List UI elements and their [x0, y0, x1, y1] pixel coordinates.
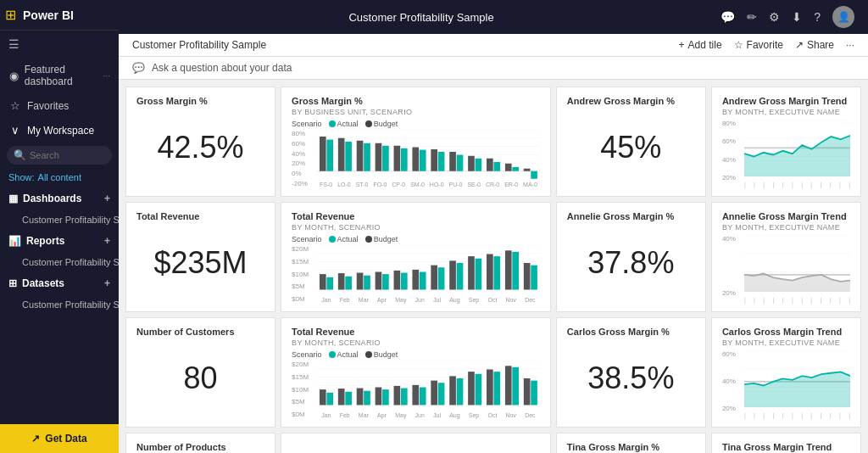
y-label: $15M — [292, 258, 314, 266]
tile-num-products[interactable]: Number of Products5 — [125, 433, 275, 453]
tile-total-revenue[interactable]: Total Revenue$235M — [125, 202, 275, 312]
ask-bar[interactable]: 💬 Ask a question about your data — [119, 57, 868, 80]
add-tile-button[interactable]: + Add tile — [679, 39, 722, 51]
legend-scenario: Scenario — [292, 235, 322, 243]
add-dataset-icon[interactable]: + — [104, 277, 110, 289]
get-data-button[interactable]: ↗ Get Data — [0, 424, 119, 453]
chat-icon[interactable]: 💬 — [721, 10, 735, 24]
svg-rect-27 — [505, 164, 512, 171]
help-icon[interactable]: ? — [814, 10, 821, 24]
sidebar-item-workspace[interactable]: ∨ My Workspace — [0, 118, 119, 143]
svg-rect-91 — [449, 376, 456, 405]
tile-title: Annelie Gross Margin Trend — [722, 211, 850, 221]
svg-marker-70 — [744, 274, 850, 292]
reports-label: Reports — [26, 235, 64, 247]
favorite-button[interactable]: ☆ Favorite — [734, 39, 783, 51]
svg-rect-56 — [449, 260, 456, 289]
legend-item: Budget — [365, 120, 398, 128]
tile-tina-trend[interactable]: Tina Gross Margin TrendBY MONTH, EXECUTI… — [711, 433, 861, 453]
y-label: 80% — [292, 130, 314, 137]
tile-title: Total Revenue — [292, 211, 540, 221]
tile-value: 37.8% — [567, 223, 695, 303]
svg-rect-51 — [401, 273, 408, 290]
sidebar-item-report-1[interactable]: Customer Profitability Sam... ★ — [0, 253, 119, 271]
sidebar-item-dashboard-1[interactable]: Customer Profitability Sam... — [0, 210, 119, 229]
svg-rect-58 — [468, 256, 475, 289]
main-content: Customer Profitability Sample 💬 ✏ ⚙ ⬇ ? … — [119, 0, 868, 453]
svg-rect-63 — [512, 252, 519, 290]
tile-num-customers[interactable]: Number of Customers80 — [125, 317, 275, 428]
legend-item: Budget — [365, 235, 398, 243]
svg-rect-78 — [326, 393, 333, 405]
x-label: May — [395, 297, 406, 303]
sidebar-item-dataset-1[interactable]: Customer Profitability Sam... ★ — [0, 295, 119, 314]
x-label: Oct — [487, 297, 497, 303]
tile-spacer-tile[interactable] — [281, 433, 551, 453]
sidebar: ⊞ Power BI ☰ ◉ Featured dashboard ··· ☆ … — [0, 0, 119, 453]
svg-rect-54 — [431, 266, 437, 290]
x-label: Sep — [469, 412, 479, 418]
show-value[interactable]: All content — [38, 172, 81, 182]
y-label: 40% — [722, 235, 741, 243]
download-icon[interactable]: ⬇ — [792, 10, 802, 24]
hamburger-menu[interactable]: ☰ — [0, 31, 119, 58]
tile-andrew-trend[interactable]: Andrew Gross Margin TrendBY MONTH, EXECU… — [711, 87, 861, 197]
favorite-icon: ☆ — [734, 39, 743, 51]
section-reports[interactable]: 📊 Reports + — [0, 229, 119, 253]
tile-gross-margin-chart[interactable]: Gross Margin %BY BUSINESS UNIT, SCENARIO… — [281, 87, 551, 197]
sidebar-item-featured[interactable]: ◉ Featured dashboard ··· — [0, 58, 119, 93]
edit-icon[interactable]: ✏ — [747, 10, 757, 24]
y-label: 80% — [722, 120, 741, 127]
x-label: Aug — [449, 412, 459, 418]
more-options-icon[interactable]: ··· — [846, 39, 854, 51]
tile-title: Carlos Gross Margin Trend — [722, 327, 850, 337]
settings-icon[interactable]: ⚙ — [769, 10, 780, 24]
add-dashboard-icon[interactable]: + — [104, 193, 110, 204]
y-label: 20% — [292, 159, 314, 167]
search-box[interactable]: 🔍 — [7, 146, 112, 165]
tile-andrew-gross-margin[interactable]: Andrew Gross Margin %45% — [556, 87, 706, 197]
tile-annelie-gross-margin[interactable]: Annelie Gross Margin %37.8% — [556, 202, 706, 312]
sidebar-item-favorites[interactable]: ☆ Favorites — [0, 93, 119, 118]
section-dashboards[interactable]: ▦ Dashboards + — [0, 187, 119, 210]
page-title: Customer Profitability Sample — [132, 11, 710, 24]
y-label: $0M — [292, 411, 314, 418]
grid-icon: ⊞ — [5, 7, 16, 23]
share-button[interactable]: ↗ Share — [795, 39, 834, 51]
tile-total-revenue-chart[interactable]: Total RevenueBY MONTH, SCENARIOScenarioA… — [281, 202, 551, 312]
svg-rect-52 — [413, 270, 420, 290]
search-input[interactable] — [30, 150, 105, 160]
workspace-chevron-icon: ∨ — [8, 124, 22, 137]
share-label: Share — [807, 39, 834, 51]
tile-tina-gross-margin[interactable]: Tina Gross Margin %53.8% — [556, 433, 706, 453]
y-label: 60% — [722, 137, 741, 145]
svg-rect-77 — [320, 389, 326, 405]
svg-rect-60 — [487, 254, 493, 290]
tile-subtitle: BY MONTH, SCENARIO — [292, 338, 540, 347]
bar-chart-svg — [317, 245, 540, 296]
tile-annelie-trend[interactable]: Annelie Gross Margin TrendBY MONTH, EXEC… — [711, 202, 861, 312]
tile-gross-margin-pct[interactable]: Gross Margin %42.5% — [125, 87, 275, 197]
subheader: Customer Profitability Sample + Add tile… — [119, 34, 868, 57]
user-avatar[interactable]: 👤 — [832, 6, 854, 28]
ask-icon: 💬 — [132, 62, 145, 74]
tile-placeholder-chart2[interactable]: Total RevenueBY MONTH, SCENARIOScenarioA… — [281, 317, 551, 428]
svg-rect-18 — [420, 150, 426, 171]
x-label: SM-0 — [410, 182, 425, 187]
legend-scenario: Scenario — [292, 350, 322, 359]
y-label: $20M — [292, 245, 314, 253]
x-label: ST-0 — [356, 182, 369, 187]
x-label: Aug — [449, 297, 459, 303]
tile-carlos-trend[interactable]: Carlos Gross Margin TrendBY MONTH, EXECU… — [711, 317, 861, 428]
add-report-icon[interactable]: + — [104, 235, 110, 247]
sidebar-dataset-name: Customer Profitability Sam... — [22, 299, 119, 310]
svg-rect-9 — [338, 138, 345, 171]
svg-marker-35 — [744, 136, 850, 176]
svg-rect-79 — [338, 389, 345, 405]
svg-rect-49 — [382, 274, 389, 289]
section-datasets[interactable]: ⊞ Datasets + — [0, 271, 119, 295]
tile-subtitle: BY MONTH, EXECUTIVE NAME — [722, 338, 850, 347]
svg-rect-90 — [438, 383, 445, 405]
featured-more-icon[interactable]: ··· — [103, 71, 110, 81]
tile-carlos-gross-margin[interactable]: Carlos Gross Margin %38.5% — [556, 317, 706, 428]
